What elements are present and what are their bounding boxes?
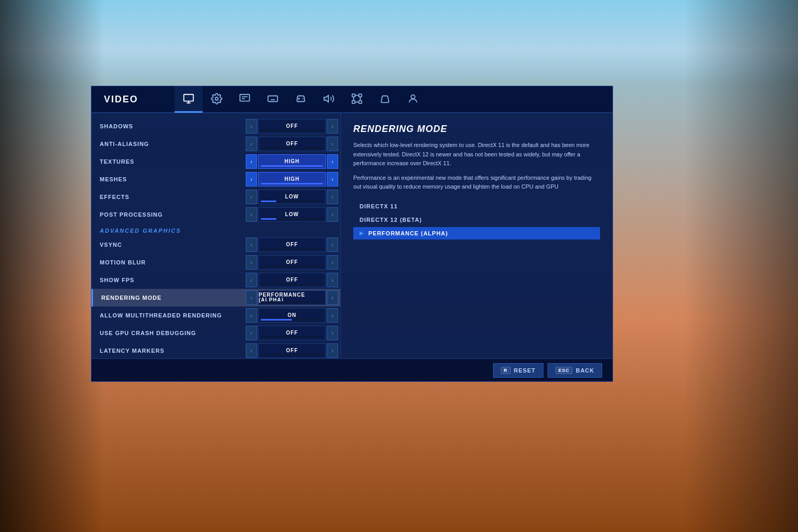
ctrl-value-text-textures: HIGH (285, 159, 300, 164)
nav-audio-btn[interactable] (315, 86, 343, 113)
svg-rect-0 (184, 94, 193, 101)
setting-row-textures[interactable]: TEXTURES‹HIGH› (91, 153, 340, 170)
setting-row-vsync[interactable]: VSYNC‹OFF› (91, 236, 340, 254)
ctrl-left-anti-aliasing[interactable]: ‹ (246, 137, 257, 151)
ctrl-right-latency-markers[interactable]: › (327, 343, 338, 358)
ctrl-value-text-show-fps: OFF (286, 277, 298, 283)
ctrl-value-gpu-crash-debugging: OFF (258, 326, 326, 340)
content-area: SHADOWS‹OFF›ANTI-ALIASING‹OFF›TEXTURES‹H… (91, 113, 613, 358)
setting-control-anti-aliasing: ‹OFF› (246, 137, 338, 151)
ctrl-value-rendering-mode: PERFORMANCE (ALPHA) (258, 290, 326, 305)
ctrl-right-effects[interactable]: › (327, 190, 338, 204)
rendering-option-directx-11[interactable]: DIRECTX 11 (353, 200, 600, 212)
ctrl-value-text-latency-markers: OFF (286, 348, 298, 353)
nav-monitor-btn[interactable] (175, 86, 203, 113)
svg-rect-17 (359, 100, 362, 103)
setting-label-latency-markers: LATENCY MARKERS (100, 348, 246, 354)
ctrl-value-text-shadows: OFF (286, 124, 298, 129)
setting-label-post-processing: POST PROCESSING (100, 211, 246, 218)
setting-row-meshes[interactable]: MESHES‹HIGH› (91, 170, 340, 188)
nav-controller-btn[interactable] (371, 86, 399, 113)
nav-account-btn[interactable] (399, 86, 427, 113)
setting-row-allow-multithreaded[interactable]: ALLOW MULTITHREADED RENDERING‹ON› (91, 307, 340, 324)
setting-control-effects: ‹LOW› (246, 190, 338, 204)
setting-label-vsync: VSYNC (100, 242, 246, 248)
setting-control-shadows: ‹OFF› (246, 119, 338, 134)
ctrl-right-show-fps[interactable]: › (327, 273, 338, 287)
panel-title: VIDEO (91, 94, 175, 105)
reset-button[interactable]: R RESET (493, 363, 543, 378)
setting-row-post-processing[interactable]: POST PROCESSING‹LOW› (91, 206, 340, 223)
svg-rect-14 (352, 94, 355, 97)
ctrl-value-text-vsync: OFF (286, 242, 298, 247)
ctrl-left-post-processing[interactable]: ‹ (246, 207, 257, 222)
ctrl-value-shadows: OFF (258, 119, 326, 134)
back-button[interactable]: ESC BACK (548, 363, 602, 378)
ctrl-value-motion-blur: OFF (258, 255, 326, 270)
setting-label-allow-multithreaded: ALLOW MULTITHREADED RENDERING (100, 312, 246, 318)
desc-paragraph-1: Selects which low-level rendering system… (353, 141, 600, 168)
ctrl-left-rendering-mode[interactable]: ‹ (246, 290, 257, 305)
ctrl-right-anti-aliasing[interactable]: › (327, 137, 338, 151)
setting-row-shadows[interactable]: SHADOWS‹OFF› (91, 117, 340, 135)
ctrl-right-rendering-mode[interactable]: › (327, 290, 338, 305)
ctrl-right-gpu-crash-debugging[interactable]: › (327, 326, 338, 340)
ctrl-left-gpu-crash-debugging[interactable]: ‹ (246, 326, 257, 340)
setting-row-anti-aliasing[interactable]: ANTI-ALIASING‹OFF› (91, 135, 340, 153)
svg-rect-15 (359, 94, 362, 97)
ctrl-value-latency-markers: OFF (258, 343, 326, 358)
setting-row-effects[interactable]: EFFECTS‹LOW› (91, 188, 340, 206)
ctrl-left-latency-markers[interactable]: ‹ (246, 343, 257, 358)
ctrl-left-show-fps[interactable]: ‹ (246, 273, 257, 287)
rendering-option-directx-12-beta[interactable]: DIRECTX 12 (BETA) (353, 214, 600, 226)
setting-control-show-fps: ‹OFF› (246, 273, 338, 287)
ctrl-right-allow-multithreaded[interactable]: › (327, 308, 338, 323)
svg-rect-4 (240, 94, 249, 101)
ctrl-right-meshes[interactable]: › (327, 172, 338, 187)
ctrl-left-effects[interactable]: ‹ (246, 190, 257, 204)
ctrl-left-meshes[interactable]: ‹ (246, 172, 257, 187)
ctrl-value-vsync: OFF (258, 237, 326, 252)
setting-row-gpu-crash-debugging[interactable]: USE GPU CRASH DEBUGGING‹OFF› (91, 324, 340, 342)
setting-label-shadows: SHADOWS (100, 123, 246, 129)
setting-row-show-fps[interactable]: SHOW FPS‹OFF› (91, 271, 340, 289)
ctrl-left-shadows[interactable]: ‹ (246, 119, 257, 134)
rendering-option-performance-alpha[interactable]: ▶PERFORMANCE (ALPHA) (353, 227, 600, 240)
nav-bar: VIDEO (91, 86, 613, 113)
ctrl-left-allow-multithreaded[interactable]: ‹ (246, 308, 257, 323)
nav-icons (175, 86, 613, 113)
ctrl-right-vsync[interactable]: › (327, 237, 338, 252)
ctrl-value-allow-multithreaded: ON (258, 308, 326, 323)
setting-label-meshes: MESHES (100, 176, 246, 182)
nav-network-btn[interactable] (343, 86, 371, 113)
nav-gamepad-btn[interactable] (287, 86, 315, 113)
description-panel: RENDERING MODE Selects which low-level r… (341, 113, 613, 358)
ctrl-value-text-gpu-crash-debugging: OFF (286, 330, 298, 336)
ctrl-right-shadows[interactable]: › (327, 119, 338, 134)
setting-row-rendering-mode[interactable]: RENDERING MODE‹PERFORMANCE (ALPHA)› (91, 289, 340, 307)
bg-left-shadow (0, 0, 104, 532)
nav-gear-btn[interactable] (203, 86, 231, 113)
ctrl-left-vsync[interactable]: ‹ (246, 237, 257, 252)
setting-label-motion-blur: MOTION BLUR (100, 259, 246, 265)
setting-row-latency-markers[interactable]: LATENCY MARKERS‹OFF› (91, 342, 340, 358)
nav-keyboard-btn[interactable] (259, 86, 287, 113)
ctrl-value-show-fps: OFF (258, 273, 326, 287)
svg-point-3 (215, 97, 218, 100)
ctrl-left-motion-blur[interactable]: ‹ (246, 255, 257, 270)
back-key: ESC (555, 367, 573, 374)
svg-rect-7 (268, 96, 277, 101)
desc-title: RENDERING MODE (353, 124, 600, 135)
ctrl-value-effects: LOW (258, 190, 326, 204)
setting-row-motion-blur[interactable]: MOTION BLUR‹OFF› (91, 254, 340, 271)
ctrl-right-post-processing[interactable]: › (327, 207, 338, 222)
setting-label-gpu-crash-debugging: USE GPU CRASH DEBUGGING (100, 330, 246, 336)
setting-control-meshes: ‹HIGH› (246, 172, 338, 187)
setting-control-vsync: ‹OFF› (246, 237, 338, 252)
ctrl-left-textures[interactable]: ‹ (246, 154, 257, 169)
back-label: BACK (576, 367, 594, 374)
ctrl-value-text-meshes: HIGH (285, 177, 300, 182)
ctrl-right-motion-blur[interactable]: › (327, 255, 338, 270)
ctrl-right-textures[interactable]: › (327, 154, 338, 169)
nav-display-btn[interactable] (231, 86, 259, 113)
